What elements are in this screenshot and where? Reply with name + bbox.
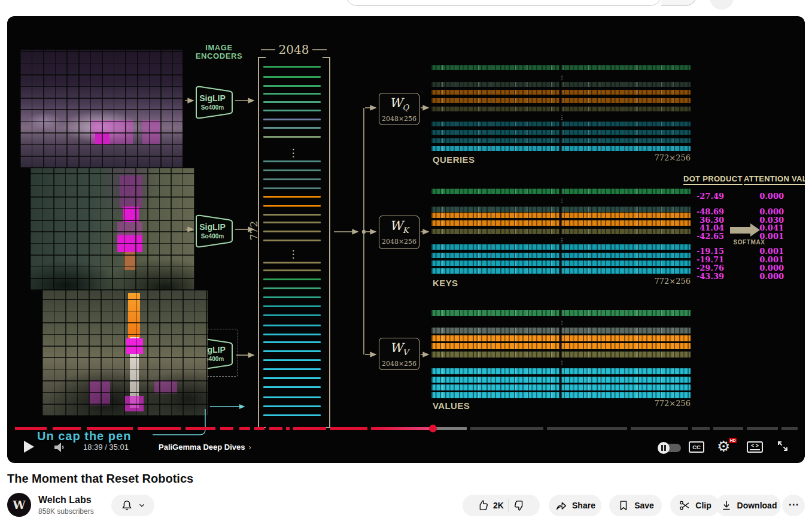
clip-button[interactable]: Clip (670, 495, 719, 516)
row-stripes (431, 328, 691, 334)
matrix-row (431, 130, 691, 135)
matrix-row (431, 189, 691, 194)
vector-row (263, 314, 321, 316)
row-stripes (431, 352, 691, 358)
dislike-button[interactable] (513, 499, 526, 512)
save-button[interactable]: Save (609, 495, 662, 516)
vector-row (263, 359, 321, 361)
matrix-row (431, 268, 691, 274)
queries-label: QUERIES (433, 155, 475, 165)
divider (508, 499, 509, 512)
weight-matrix-wq: WQ 2048×256 (379, 93, 419, 125)
attention-value-header: ATTENTION VALUE (744, 174, 805, 185)
ellipsis-mark: ⋮ (558, 199, 565, 203)
row-stripes (431, 138, 691, 143)
autoplay-toggle[interactable] (659, 444, 681, 452)
progress-played-segment (220, 427, 233, 430)
matrix-row (431, 213, 691, 218)
chevron-down-icon (138, 501, 146, 510)
softmax-arrowhead (750, 223, 760, 237)
dot-product-value: -42.65 (676, 232, 724, 241)
queries-dims: 772×256 (631, 153, 691, 162)
row-stripes (431, 377, 691, 383)
like-button[interactable]: 2K (476, 499, 504, 512)
attention-value: 0.000 (748, 272, 784, 281)
matrix-row (431, 253, 691, 258)
chapter-button[interactable]: PaliGemma Deep Dives› (159, 443, 251, 452)
row-stripes (431, 82, 691, 87)
vector-row (263, 136, 321, 138)
vector-row (263, 76, 321, 78)
bookmark-icon (617, 499, 630, 512)
video-player[interactable]: IMAGE ENCODERS SigLIP So400m SigLIP So40… (7, 16, 805, 463)
svg-text:So400m: So400m (201, 233, 224, 240)
video-title: The Moment that Reset Robotics (7, 472, 193, 486)
patch-grid-overlay (30, 168, 194, 290)
vector-row (263, 396, 321, 398)
hd-quality-badge: HD (729, 438, 737, 443)
search-button[interactable] (661, 0, 697, 6)
matrix-row (431, 343, 691, 349)
vector-row (263, 127, 321, 129)
matrix-row (431, 335, 691, 341)
camera-image-2 (30, 168, 194, 290)
vector-row (263, 110, 321, 111)
svg-text:SigLIP: SigLIP (199, 222, 226, 232)
play-button[interactable] (24, 441, 34, 453)
mic-button[interactable] (710, 0, 734, 10)
progress-played-segment (286, 427, 290, 430)
row-stripes (431, 244, 691, 250)
bell-icon (120, 499, 133, 512)
search-input[interactable] (345, 0, 662, 6)
row-stripes (431, 268, 691, 274)
progress-playhead[interactable] (429, 425, 437, 432)
progress-played-segment (254, 427, 264, 430)
fullscreen-button[interactable] (775, 439, 790, 453)
ellipsis-mark: ⋮ (558, 238, 565, 243)
vector-row (263, 305, 321, 307)
attention-value: 0.001 (748, 255, 784, 264)
camera-image-3 (42, 290, 208, 416)
pause-icon (658, 442, 670, 454)
matrix-row (431, 310, 691, 316)
mute-button[interactable] (53, 440, 67, 455)
notifications-button[interactable] (111, 495, 154, 516)
vector-row (263, 205, 321, 207)
time-display: 18:39 / 35:01 (83, 443, 129, 452)
matrix-row (431, 244, 691, 250)
channel-name[interactable]: Welch Labs (38, 495, 92, 505)
row-stripes (431, 207, 691, 212)
dot-product-value: -19.71 (676, 255, 724, 264)
chevron-right-icon: › (249, 443, 251, 452)
camera-image-1 (20, 50, 183, 168)
row-stripes (431, 220, 691, 226)
progress-unplayed-segment (781, 427, 798, 430)
cc-button[interactable]: CC (689, 441, 704, 453)
row-stripes (431, 107, 691, 111)
miniplayer-button[interactable]: < > (747, 441, 763, 453)
dot-product-value: -27.49 (676, 192, 724, 201)
progress-unplayed-segment (692, 427, 710, 430)
vector-row (263, 169, 321, 171)
dot-product-value: -43.39 (676, 272, 724, 281)
progress-played-segment (87, 427, 133, 430)
vector-row (263, 93, 321, 95)
matrix-row (431, 368, 691, 374)
row-stripes (431, 90, 691, 95)
matrix-row (431, 65, 691, 70)
ellipsis-mark: ⋮ (558, 321, 565, 325)
download-button[interactable]: Download (716, 495, 781, 516)
row-stripes (431, 98, 691, 103)
matrix-row (431, 82, 691, 87)
channel-avatar[interactable]: W (7, 493, 31, 517)
video-caption: Un cap the pen (37, 429, 131, 443)
matrix-row (431, 328, 691, 334)
share-button[interactable]: Share (549, 495, 601, 516)
vector-bracket-right (323, 57, 330, 428)
patch-grid-overlay (42, 290, 208, 416)
matrix-row (431, 207, 691, 212)
vector-row (263, 160, 321, 162)
more-actions-button[interactable]: ⋯ (782, 495, 805, 516)
dot-product-header: DOT PRODUCT (683, 174, 743, 185)
vector-row (263, 414, 321, 416)
